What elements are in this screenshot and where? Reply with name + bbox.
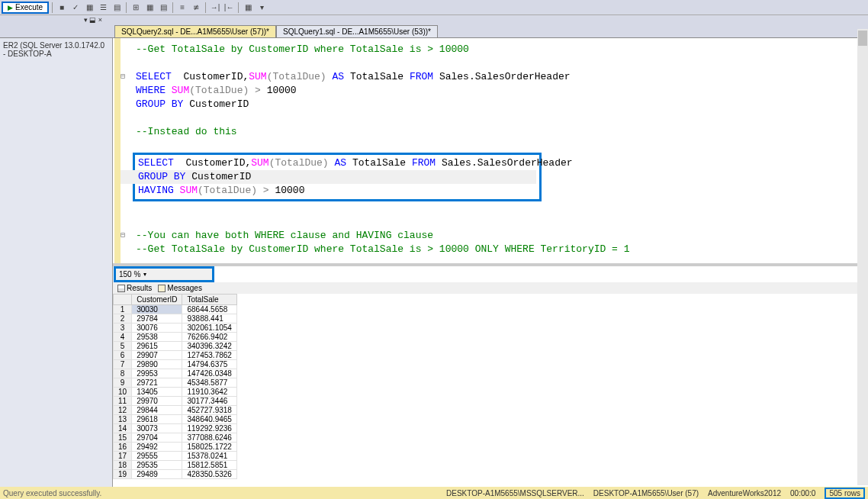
execute-button[interactable]: ▶ Execute [2,2,49,14]
tab-results[interactable]: Results [117,284,152,292]
results-grid-icon[interactable]: ▦ [143,2,156,14]
col-totalsale[interactable]: TotalSale [182,295,236,305]
cell-customerid[interactable]: 29615 [132,342,182,351]
cell-totalsale[interactable]: 147426.0348 [182,369,236,378]
cell-customerid[interactable]: 29704 [132,433,182,443]
cell-totalsale[interactable]: 302061.1054 [182,324,236,333]
cell-totalsale[interactable]: 158025.1722 [182,443,236,452]
table-row[interactable]: 22978493888.441 [114,314,237,324]
cell-totalsale[interactable]: 428350.5326 [182,470,236,479]
table-row[interactable]: 72989014794.6375 [114,360,237,369]
cell-customerid[interactable]: 29953 [132,369,182,378]
table-row[interactable]: 13003068644.5658 [114,305,237,314]
cell-totalsale[interactable]: 30177.3446 [182,397,236,406]
cell-customerid[interactable]: 30076 [132,324,182,333]
cell-customerid[interactable]: 29555 [132,452,182,461]
table-row[interactable]: 112997030177.3446 [114,397,237,406]
table-row[interactable]: 101340511910.3642 [114,388,237,397]
cell-customerid[interactable]: 30030 [132,305,182,314]
intellisense-icon[interactable]: ▾ [256,2,268,14]
tab-messages[interactable]: Messages [158,284,202,292]
check-icon[interactable]: ✓ [69,2,82,14]
table-row[interactable]: 1329618348640.9465 [114,415,237,424]
table-row[interactable]: 1529704377088.6246 [114,433,237,443]
cell-totalsale[interactable]: 45348.5877 [182,378,236,388]
results-grid[interactable]: CustomerID TotalSale 13003068644.5658229… [113,294,868,488]
row-number: 5 [114,342,132,351]
toolbar-separator [238,2,239,13]
cell-totalsale[interactable]: 119292.9236 [182,424,236,433]
execute-label: Execute [15,3,43,11]
row-number: 16 [114,443,132,452]
comment-icon[interactable]: ≡ [176,2,188,14]
cell-customerid[interactable]: 29535 [132,461,182,470]
cell-customerid[interactable]: 29907 [132,351,182,360]
server-node[interactable]: ER2 (SQL Server 13.0.1742.0 - DESKTOP-A [3,41,109,58]
row-number: 14 [114,424,132,433]
cell-customerid[interactable]: 30073 [132,424,182,433]
cell-totalsale[interactable]: 11910.3642 [182,388,236,397]
tab-query1[interactable]: SQLQuery1.sql - DE...A1M5655\User (53))* [276,25,438,37]
plan-icon[interactable]: ☰ [97,2,109,14]
vertical-scrollbar[interactable] [857,29,868,485]
debug-icon[interactable]: ■ [56,2,68,14]
indent-icon[interactable]: →| [209,2,221,14]
tab-query2[interactable]: SQLQuery2.sql - DE...A1M5655\User (57))* [114,25,276,37]
zoom-dropdown-icon[interactable]: ▾ [143,271,146,278]
cell-customerid[interactable]: 29844 [132,406,182,415]
cell-totalsale[interactable]: 377088.6246 [182,433,236,443]
status-rows: 505 rows [825,488,865,499]
pane-controls[interactable]: ▾ ⬓ × [84,16,102,24]
status-user: DESKTOP-A1M5655\User (57) [593,489,699,497]
cell-totalsale[interactable]: 93888.441 [182,314,236,324]
horizontal-splitter[interactable] [113,263,868,266]
cell-totalsale[interactable]: 15812.5851 [182,461,236,470]
table-row[interactable]: 629907127453.7862 [114,351,237,360]
table-row[interactable]: 172955515378.0241 [114,452,237,461]
table-row[interactable]: 829953147426.0348 [114,369,237,378]
row-number: 2 [114,314,132,324]
outdent-icon[interactable]: |← [223,2,235,14]
parse-icon[interactable]: ▦ [83,2,95,14]
results-text-icon[interactable]: ▤ [157,2,169,14]
table-row[interactable]: 42953876266.9402 [114,333,237,342]
cell-totalsale[interactable]: 76266.9402 [182,333,236,342]
cell-totalsale[interactable]: 68644.5658 [182,305,236,314]
cell-totalsale[interactable]: 14794.6375 [182,360,236,369]
col-customerid[interactable]: CustomerID [132,295,182,305]
cell-customerid[interactable]: 29489 [132,470,182,479]
table-row[interactable]: 1629492158025.1722 [114,443,237,452]
table-row[interactable]: 1929489428350.5326 [114,470,237,479]
outline-icon[interactable]: ⊞ [130,2,142,14]
table-row[interactable]: 92972145348.5877 [114,378,237,388]
scroll-thumb[interactable] [858,31,867,46]
uncomment-icon[interactable]: ≢ [190,2,202,14]
sqlcmd-icon[interactable]: ▦ [242,2,254,14]
row-number: 1 [114,305,132,314]
cell-customerid[interactable]: 29721 [132,378,182,388]
cell-totalsale[interactable]: 15378.0241 [182,452,236,461]
cell-totalsale[interactable]: 348640.9465 [182,415,236,424]
cell-totalsale[interactable]: 452727.9318 [182,406,236,415]
cell-customerid[interactable]: 29618 [132,415,182,424]
cell-customerid[interactable]: 29784 [132,314,182,324]
table-row[interactable]: 1430073119292.9236 [114,424,237,433]
object-explorer: ER2 (SQL Server 13.0.1742.0 - DESKTOP-A [0,38,113,488]
cell-customerid[interactable]: 29890 [132,360,182,369]
cell-customerid[interactable]: 29970 [132,397,182,406]
cell-customerid[interactable]: 13405 [132,388,182,397]
table-row[interactable]: 1229844452727.9318 [114,406,237,415]
table-row[interactable]: 529615340396.3242 [114,342,237,351]
cell-customerid[interactable]: 29538 [132,333,182,342]
message-icon [158,285,166,292]
cell-totalsale[interactable]: 127453.7862 [182,351,236,360]
table-row[interactable]: 182953515812.5851 [114,461,237,470]
zoom-level[interactable]: 150 % [119,270,140,278]
stats-icon[interactable]: ▤ [111,2,123,14]
play-icon: ▶ [8,4,13,11]
cell-customerid[interactable]: 29492 [132,443,182,452]
table-row[interactable]: 330076302061.1054 [114,324,237,333]
row-number: 7 [114,360,132,369]
cell-totalsale[interactable]: 340396.3242 [182,342,236,351]
sql-editor[interactable]: --Get TotalSale by CustomerID where Tota… [114,38,868,263]
